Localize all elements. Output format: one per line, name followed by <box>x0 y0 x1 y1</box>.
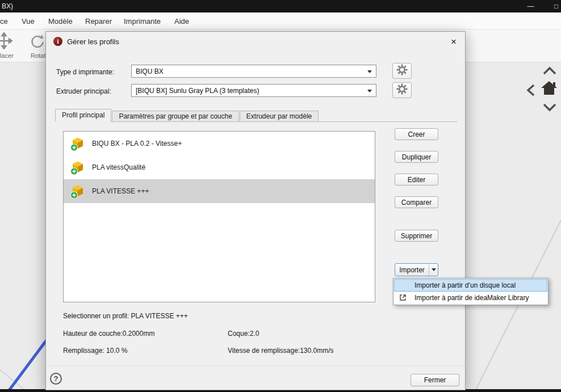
printer-type-combobox[interactable]: BIQU BX <box>131 65 376 78</box>
profile-row[interactable]: BIQU BX - PLA 0.2 - Vitesse+ <box>64 132 375 155</box>
profile-row[interactable]: PLA vitessQualité <box>64 155 375 179</box>
profile-row-selected[interactable]: PLA VITESSE +++ <box>64 179 375 203</box>
menu-item-modele[interactable]: Modèle <box>46 12 75 29</box>
extruder-value: [BIQU BX] Sunlu Gray PLA (3 templates) <box>136 87 259 95</box>
profile-cube-icon <box>69 135 86 152</box>
shell-summary: Coque:2.0 <box>228 330 259 338</box>
close-dialog-button[interactable]: Fermer <box>411 374 459 386</box>
combo-arrow-icon <box>367 70 372 73</box>
create-button[interactable]: Creer <box>395 128 438 140</box>
chevron-up-icon[interactable] <box>542 66 557 78</box>
duplicate-button[interactable]: Dupliquer <box>395 151 438 163</box>
menu-item-import-ideamaker-library[interactable]: Importer à partir de ideaMaker Library <box>394 292 547 304</box>
gear-icon <box>396 64 408 78</box>
delete-button[interactable]: Supprimer <box>395 230 438 242</box>
profile-name: PLA vitessQualité <box>92 163 145 171</box>
menu-item-label: Importer à partir d’un disque local <box>415 281 516 289</box>
close-icon[interactable]: × <box>446 35 462 49</box>
rotate-icon[interactable] <box>28 32 45 52</box>
profile-list: BIQU BX - PLA 0.2 - Vitesse+ PLA vitessQ… <box>63 131 375 302</box>
menu-item-aide[interactable]: Aide <box>172 12 191 29</box>
import-button-label: Importer <box>395 266 429 274</box>
window-title: BX) <box>2 2 13 10</box>
manage-profiles-dialog: i Gérer les profils × Type d imprimante:… <box>45 31 466 390</box>
profile-name: PLA VITESSE +++ <box>92 187 149 195</box>
edit-button[interactable]: Editer <box>395 174 438 186</box>
infill-summary: Remplissage: 10.0 % <box>63 347 127 355</box>
profile-cube-icon <box>69 183 86 200</box>
dialog-title: Gérer les profils <box>67 37 119 46</box>
app-window: BX) — □ ce Vue Modèle Reparer Imprimante… <box>0 0 561 392</box>
import-dropdown-menu: Importer à partir d’un disque local Impo… <box>393 278 549 305</box>
maximize-button[interactable]: □ <box>543 0 561 12</box>
menu-item-imprimante[interactable]: Imprimante <box>122 12 163 29</box>
menu-item-import-local-disk[interactable]: Importer à partir d’un disque local <box>394 279 547 292</box>
menu-item-reparer[interactable]: Reparer <box>83 12 114 29</box>
menu-item-vue[interactable]: Vue <box>19 12 37 29</box>
printer-type-label: Type d imprimante: <box>56 68 114 76</box>
tab-parametres-groupe-couche[interactable]: Paramètres par groupe et par couche <box>112 111 238 122</box>
compare-button[interactable]: Comparer <box>395 196 438 208</box>
menubar: ce Vue Modèle Reparer Imprimante Aide <box>0 12 561 29</box>
selected-profile-summary: Selectionner un profil: PLA VITESSE +++ <box>63 312 188 320</box>
chevron-down-icon[interactable] <box>542 103 557 114</box>
profile-cube-icon <box>69 159 86 176</box>
chevron-left-icon[interactable] <box>526 83 535 99</box>
dialog-divider <box>46 365 465 366</box>
move-icon[interactable] <box>0 32 12 52</box>
printer-type-value: BIQU BX <box>136 68 164 75</box>
chevron-down-icon <box>432 268 436 271</box>
extruder-label: Extruder principal: <box>56 87 111 95</box>
help-button[interactable]: ? <box>50 373 62 385</box>
external-link-icon <box>399 294 407 303</box>
menu-item-preference[interactable]: ce <box>0 12 10 29</box>
printer-settings-button[interactable] <box>392 63 412 79</box>
profile-name: BIQU BX - PLA 0.2 - Vitesse+ <box>92 140 182 147</box>
gear-icon <box>396 83 408 98</box>
tab-extrudeur-par-modele[interactable]: Extrudeur par modèle <box>240 111 319 122</box>
titlebar: BX) — □ <box>0 0 561 12</box>
import-dropdown-toggle[interactable] <box>429 264 438 276</box>
infill-speed-summary: Vitesse de remplissage:130.0mm/s <box>228 347 334 355</box>
menu-item-label: Importer à partir de ideaMaker Library <box>415 294 529 302</box>
tabbar: Profil principal Paramètres par groupe e… <box>55 109 319 122</box>
minimize-button[interactable]: — <box>518 0 543 12</box>
combo-arrow-icon <box>367 90 372 92</box>
move-tool-label: lacer <box>0 52 14 59</box>
home-icon[interactable] <box>539 79 559 100</box>
dialog-logo-icon: i <box>53 37 62 46</box>
extruder-settings-button[interactable] <box>392 82 412 98</box>
import-button[interactable]: Importer <box>395 263 438 276</box>
layer-height-summary: Hauteur de couche:0.2000mm <box>63 330 154 338</box>
rotate-tool-label: Rotati <box>31 52 47 59</box>
tab-profil-principal[interactable]: Profil principal <box>55 109 111 122</box>
extruder-combobox[interactable]: [BIQU BX] Sunlu Gray PLA (3 templates) <box>131 84 376 97</box>
